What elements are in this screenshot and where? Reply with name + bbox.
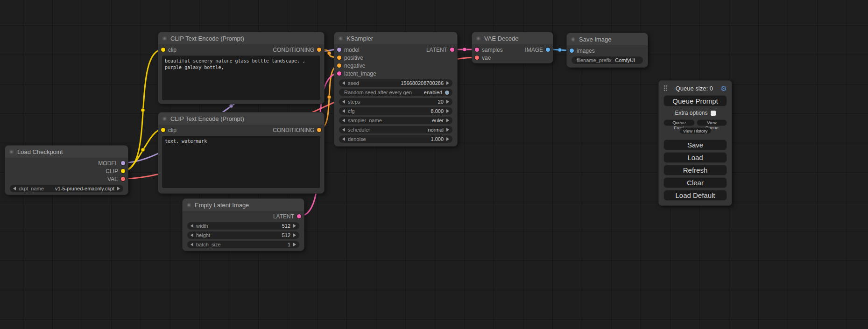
input-slot-images[interactable]: images [570, 48, 595, 54]
output-slot-vae[interactable]: VAE [107, 176, 125, 182]
widget-batch-size[interactable]: batch_size 1 [187, 241, 299, 248]
queue-front-button[interactable]: Queue Front [663, 119, 695, 126]
increment-arrow-icon[interactable] [446, 109, 449, 113]
decrement-arrow-icon[interactable] [342, 137, 345, 141]
load-default-button[interactable]: Load Default [663, 190, 727, 201]
collapse-dot-icon[interactable] [339, 36, 343, 41]
widget-ckpt-name[interactable]: ckpt_name v1-5-pruned-emaonly.ckpt [10, 185, 123, 192]
prompt-textarea[interactable]: beautiful scenery nature glass bottle la… [162, 56, 320, 100]
node-titlebar[interactable]: CLIP Text Encode (Prompt) [158, 112, 324, 125]
input-slot-model[interactable]: model [337, 47, 360, 53]
load-button[interactable]: Load [663, 152, 727, 163]
decrement-arrow-icon[interactable] [342, 100, 345, 104]
input-slot-latent-image[interactable]: latent_image [337, 70, 376, 77]
output-slot-model[interactable]: MODEL [98, 160, 125, 167]
increment-arrow-icon[interactable] [446, 128, 449, 132]
drag-handle-icon[interactable] [663, 85, 668, 91]
widget-height[interactable]: height 512 [187, 231, 299, 239]
widget-scheduler[interactable]: scheduler normal [339, 126, 452, 133]
toggle-on-icon[interactable] [445, 91, 449, 95]
settings-gear-icon[interactable]: ⚙ [721, 85, 727, 92]
vae-port-icon[interactable] [121, 177, 125, 181]
output-slot-conditioning[interactable]: CONDITIONING [273, 47, 321, 53]
vae-port-icon[interactable] [475, 56, 479, 60]
input-slot-clip[interactable]: clip [161, 127, 176, 133]
view-queue-button[interactable]: View Queue [697, 119, 727, 126]
widget-cfg[interactable]: cfg 8.000 [339, 107, 452, 115]
collapse-dot-icon[interactable] [9, 150, 14, 154]
model-port-icon[interactable] [337, 48, 341, 52]
collapse-dot-icon[interactable] [162, 117, 167, 121]
input-slot-positive[interactable]: positive [337, 55, 363, 61]
output-slot-latent[interactable]: LATENT [426, 47, 454, 53]
widget-seed[interactable]: seed 156680208700286 [339, 79, 452, 87]
decrement-arrow-icon[interactable] [191, 243, 193, 246]
node-load-checkpoint[interactable]: Load Checkpoint MODEL CLIP VAE [5, 145, 128, 195]
latent-port-icon[interactable] [450, 48, 454, 52]
node-titlebar[interactable]: VAE Decode [472, 32, 553, 44]
input-slot-samples[interactable]: samples [475, 47, 503, 53]
output-slot-image[interactable]: IMAGE [525, 47, 550, 53]
refresh-button[interactable]: Refresh [663, 165, 727, 175]
conditioning-port-icon[interactable] [317, 128, 321, 132]
conditioning-port-icon[interactable] [337, 56, 341, 60]
widget-width[interactable]: width 512 [187, 222, 299, 230]
latent-port-icon[interactable] [475, 48, 479, 52]
increment-arrow-icon[interactable] [293, 233, 296, 237]
clip-port-icon[interactable] [161, 128, 165, 132]
increment-arrow-icon[interactable] [293, 224, 296, 228]
image-port-icon[interactable] [546, 48, 550, 52]
node-titlebar[interactable]: KSampler [334, 32, 457, 44]
prompt-textarea[interactable]: text, watermark [162, 136, 320, 188]
decrement-arrow-icon[interactable] [191, 224, 193, 228]
widget-sampler-name[interactable]: sampler_name euler [339, 117, 452, 124]
node-ksampler[interactable]: KSampler model LATENT positive [334, 32, 458, 147]
input-slot-vae[interactable]: vae [475, 55, 491, 61]
output-slot-conditioning[interactable]: CONDITIONING [273, 127, 321, 133]
decrement-arrow-icon[interactable] [191, 233, 193, 237]
node-vae-decode[interactable]: VAE Decode samples IMAGE vae [472, 32, 553, 63]
increment-arrow-icon[interactable] [446, 137, 449, 141]
decrement-arrow-icon[interactable] [342, 119, 345, 122]
view-history-button[interactable]: View History [679, 127, 712, 134]
widget-random-seed-toggle[interactable]: Random seed after every gen enabled [339, 89, 452, 96]
decrement-arrow-icon[interactable] [342, 81, 345, 85]
save-button[interactable]: Save [663, 140, 727, 150]
node-titlebar[interactable]: Empty Latent Image [183, 199, 304, 211]
input-slot-negative[interactable]: negative [337, 63, 365, 69]
node-titlebar[interactable]: Save Image [567, 33, 648, 45]
decrement-arrow-icon[interactable] [342, 109, 345, 113]
conditioning-port-icon[interactable] [337, 63, 341, 68]
conditioning-port-icon[interactable] [317, 48, 321, 52]
node-clip-text-encode-negative[interactable]: CLIP Text Encode (Prompt) clip CONDITION… [158, 112, 325, 194]
model-port-icon[interactable] [121, 161, 125, 165]
widget-steps[interactable]: steps 20 [339, 98, 452, 105]
increment-arrow-icon[interactable] [446, 119, 449, 122]
collapse-dot-icon[interactable] [476, 36, 480, 41]
node-clip-text-encode-positive[interactable]: CLIP Text Encode (Prompt) clip CONDITION… [158, 32, 325, 104]
output-slot-clip[interactable]: CLIP [106, 168, 125, 175]
decrement-arrow-icon[interactable] [13, 187, 16, 190]
node-titlebar[interactable]: Load Checkpoint [5, 146, 128, 158]
increment-arrow-icon[interactable] [117, 187, 120, 190]
increment-arrow-icon[interactable] [446, 100, 449, 104]
clip-port-icon[interactable] [121, 169, 125, 173]
node-save-image[interactable]: Save Image images filename_prefix ComfyU… [566, 33, 648, 68]
clip-port-icon[interactable] [161, 48, 165, 52]
output-slot-latent[interactable]: LATENT [273, 213, 301, 220]
increment-arrow-icon[interactable] [293, 243, 296, 246]
decrement-arrow-icon[interactable] [342, 128, 345, 132]
collapse-dot-icon[interactable] [571, 37, 575, 42]
clear-button[interactable]: Clear [663, 177, 727, 188]
node-empty-latent-image[interactable]: Empty Latent Image LATENT width 512 heig… [182, 198, 304, 251]
widget-filename-prefix[interactable]: filename_prefix ComfyUI [572, 56, 643, 64]
node-titlebar[interactable]: CLIP Text Encode (Prompt) [158, 32, 324, 44]
queue-prompt-button[interactable]: Queue Prompt [663, 95, 727, 106]
latent-port-icon[interactable] [337, 71, 341, 76]
widget-denoise[interactable]: denoise 1.000 [339, 135, 452, 143]
increment-arrow-icon[interactable] [446, 81, 449, 85]
extra-options-checkbox[interactable] [711, 111, 716, 116]
input-slot-clip[interactable]: clip [161, 47, 176, 53]
collapse-dot-icon[interactable] [187, 203, 191, 207]
node-graph-canvas[interactable]: Load Checkpoint MODEL CLIP VAE [0, 0, 868, 329]
